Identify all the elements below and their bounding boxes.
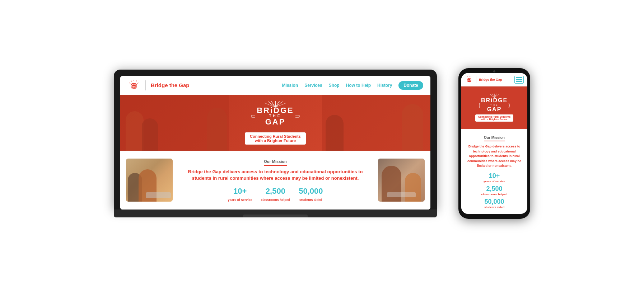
laptop-shape-right [387,192,416,197]
phone-hero-bridge: BRiDGE [481,97,508,104]
mission-image-left [126,159,173,202]
phone-stat-classrooms-label: classrooms helped [481,193,507,196]
mission-image-right [378,159,425,202]
main-nav: Mission Services Shop How to Help Histor… [282,81,423,90]
stat-classrooms-number: 2,500 [261,187,290,196]
hero-subtitle-line1: Connecting Rural Students [250,134,301,138]
logo-divider [145,80,146,90]
phone-hero-gap: GAP [481,106,508,113]
svg-line-18 [467,76,468,77]
phone-mission-label-wrapper: Our Mission [466,134,523,144]
hamburger-line-3 [516,81,522,82]
donate-button[interactable]: Donate [398,81,423,90]
hamburger-line-1 [516,77,522,78]
nav-mission[interactable]: Mission [282,83,298,88]
phone-stat-years-label: years of service [484,180,505,183]
svg-text:THE GAP: THE GAP [131,88,136,89]
phone-site-header: BRIDGE THE GAP Bridge the Gap [461,73,527,86]
mission-description: Bridge the Gap delivers access to techno… [178,169,373,182]
phone-screen: BRIDGE THE GAP Bridge the Gap [461,73,527,214]
stats-row: 10+ years of service 2,500 classrooms he… [178,187,373,202]
phone-stat-students: 50,000 students aided [484,198,504,209]
hamburger-line-2 [516,79,522,80]
stat-classrooms: 2,500 classrooms helped [261,187,290,202]
hero-gap-text: GAP [257,118,294,126]
hero-subtitle-box: Connecting Rural Students with a Brighte… [245,132,306,145]
hero-people-left [120,95,229,151]
phone-stats: 10+ years of service 2,500 classrooms he… [466,172,523,209]
stat-students-number: 50,000 [299,187,323,196]
stat-years-number: 10+ [228,187,252,196]
phone-hero-subtitle-box: Connecting Rural Students with a Brighte… [475,114,513,122]
hamburger-menu[interactable] [514,76,524,84]
phone-logo-icon: BRIDGE THE GAP [465,75,473,84]
nav-shop[interactable]: Shop [329,83,340,88]
svg-line-17 [471,76,471,77]
phone-stat-classrooms: 2,500 classrooms helped [481,185,507,196]
phone-stat-students-label: students aided [484,206,504,209]
stat-students: 50,000 students aided [299,187,323,202]
laptop-base [114,210,437,217]
phone-logo-divider [476,76,476,83]
phone-hero-the: THE [481,104,508,106]
svg-line-4 [137,83,139,84]
phone-mission-label: Our Mission [484,136,505,141]
student-shape-right-2 [405,173,421,202]
svg-line-2 [136,80,137,81]
nav-services[interactable]: Services [304,83,322,88]
site-logo: BRIDGE THE GAP Bridge the Gap [127,79,190,92]
phone-hero-subtitle-1: Connecting Rural Students [478,116,510,118]
nav-history[interactable]: History [377,83,392,88]
stat-classrooms-label: classrooms helped [261,198,290,202]
laptop-mockup: BRIDGE THE GAP Bridge the Gap Mission Se… [114,70,437,217]
person-silhouette-1 [126,111,144,151]
person-silhouette-5 [326,115,344,151]
phone-hero-subtitle-2: with a Brighter Future [478,118,510,121]
phone-body: BRIDGE THE GAP Bridge the Gap [458,68,530,219]
phone-mission-description: Bridge the Gap delivers access to techno… [466,144,523,169]
phone-logo-text: Bridge the Gap [479,78,502,81]
hero-bridge-text: BRiDGE [257,107,294,114]
logo-icon: BRIDGE THE GAP [127,79,140,92]
hero-people-right [322,95,430,151]
logo-text: Bridge the Gap [151,82,190,88]
hero-logo: BRiDGE THE GAP [245,107,306,126]
mission-section: Our Mission Bridge the Gap delivers acce… [120,151,430,210]
person-silhouette-2 [142,118,158,151]
svg-text:THE GAP: THE GAP [467,81,471,82]
mission-label-wrapper: Our Mission [178,158,373,169]
phone-stat-students-number: 50,000 [484,198,504,206]
phone-logo: BRIDGE THE GAP Bridge the Gap [465,75,502,84]
phone-stat-years-number: 10+ [484,172,505,180]
site-header: BRIDGE THE GAP Bridge the Gap Mission Se… [120,76,430,95]
nav-how-to-help[interactable]: How to Help [346,83,371,88]
person-silhouette-4 [402,104,423,151]
laptop-screen: BRIDGE THE GAP Bridge the Gap Mission Se… [120,76,430,210]
phone-hero: ( BRiDGE THE GAP ) Connecting Rural Stud… [461,86,527,129]
phone-mission-section: Our Mission Bridge the Gap delivers acce… [461,129,527,214]
mission-label: Our Mission [264,159,287,166]
svg-line-3 [131,80,132,81]
hero-content: BRiDGE THE GAP Connecting Rural Students… [245,101,306,145]
phone-stat-classrooms-number: 2,500 [481,185,507,193]
phone-mockup: BRIDGE THE GAP Bridge the Gap [458,68,530,219]
hero-section: BRiDGE THE GAP Connecting Rural Students… [120,95,430,151]
svg-line-5 [129,83,130,84]
stat-students-label: students aided [299,198,322,202]
phone-hero-logo: ( BRiDGE THE GAP ) [466,97,523,113]
stat-years-label: years of service [228,198,252,202]
phone-stat-years: 10+ years of service [484,172,505,183]
mission-image-left-bg [126,159,173,202]
stat-years: 10+ years of service [228,187,252,202]
laptop-shape-1 [146,192,171,198]
mission-text-block: Our Mission Bridge the Gap delivers acce… [178,158,373,202]
hero-subtitle-line2: with a Brighter Future [250,138,301,143]
person-silhouette-3 [207,108,227,151]
